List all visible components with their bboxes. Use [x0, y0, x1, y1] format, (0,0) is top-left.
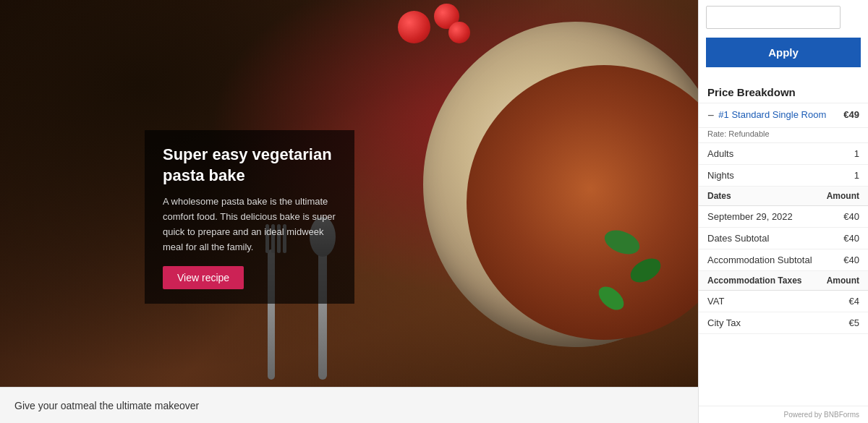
recipe-title: Super easy vegetarian pasta bake	[163, 145, 336, 186]
bottom-strip-text: Give your oatmeal the ultimate makeover	[14, 400, 199, 411]
pasta-decoration	[467, 65, 698, 340]
dates-subtotal-value: €40	[843, 233, 859, 244]
dates-header: Dates Amount	[699, 187, 868, 206]
coupon-input[interactable]	[706, 6, 841, 29]
date-amount: €40	[843, 211, 859, 222]
adults-value: 1	[854, 148, 859, 159]
nights-row: Nights 1	[699, 165, 868, 187]
city-tax-value: €5	[849, 317, 859, 328]
tomato-decoration	[448, 22, 470, 43]
tomato-decoration	[398, 11, 430, 43]
adults-label: Adults	[707, 148, 733, 159]
price-breakdown-title: Price Breakdown	[699, 79, 868, 103]
background-image: Super easy vegetarian pasta bake A whole…	[0, 0, 698, 423]
dish-decoration	[423, 22, 698, 347]
taxes-header: Accommodation Taxes Amount	[699, 271, 868, 291]
price-panel: Apply Price Breakdown − #1 Standard Sing…	[698, 0, 868, 423]
taxes-column-label: Accommodation Taxes	[707, 275, 801, 286]
city-tax-row: City Tax €5	[699, 312, 868, 334]
accommodation-subtotal-row: Accommodation Subtotal €40	[699, 249, 868, 271]
recipe-description: A wholesome pasta bake is the ultimate c…	[163, 195, 336, 255]
taxes-amount-col-label: Amount	[827, 275, 859, 286]
date-row: September 29, 2022 €40	[699, 206, 868, 228]
dates-subtotal-label: Dates Subtotal	[707, 233, 769, 244]
room-name: #1 Standard Single Room	[718, 109, 826, 121]
adults-row: Adults 1	[699, 143, 868, 165]
apply-button[interactable]: Apply	[706, 38, 861, 67]
accommodation-subtotal-value: €40	[843, 255, 859, 265]
room-price: €49	[843, 109, 859, 120]
bottom-strip: Give your oatmeal the ultimate makeover	[0, 387, 698, 423]
view-recipe-button[interactable]: View recipe	[163, 266, 244, 289]
recipe-card: Super easy vegetarian pasta bake A whole…	[145, 130, 354, 304]
vat-value: €4	[849, 296, 859, 307]
date-label: September 29, 2022	[707, 211, 793, 222]
rate-text: Rate: Refundable	[699, 128, 868, 143]
room-row: − #1 Standard Single Room €49	[699, 103, 868, 128]
vat-row: VAT €4	[699, 291, 868, 312]
room-info: − #1 Standard Single Room	[707, 109, 826, 121]
city-tax-label: City Tax	[707, 317, 741, 328]
nights-value: 1	[854, 170, 859, 181]
powered-by: Powered by BNBForms	[699, 406, 868, 423]
photo-area: Super easy vegetarian pasta bake A whole…	[0, 0, 698, 423]
amount-column-label: Amount	[827, 191, 859, 201]
dates-column-label: Dates	[707, 191, 731, 201]
accommodation-subtotal-label: Accommodation Subtotal	[707, 255, 812, 265]
minus-button[interactable]: −	[707, 110, 714, 121]
nights-label: Nights	[707, 170, 734, 181]
dates-subtotal-row: Dates Subtotal €40	[699, 228, 868, 249]
vat-label: VAT	[707, 296, 724, 307]
